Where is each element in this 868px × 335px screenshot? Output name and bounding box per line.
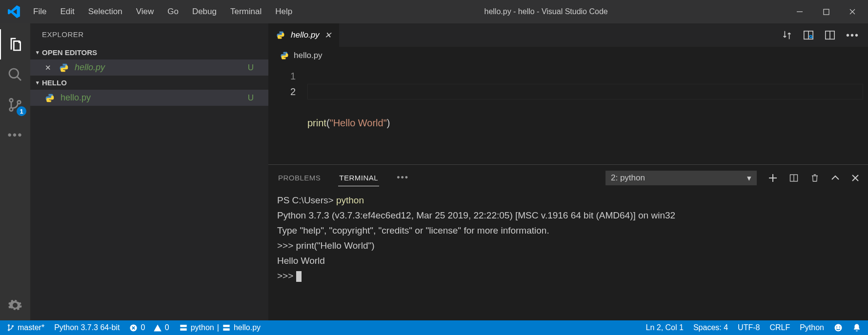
- menu-bar: File Edit Selection View Go Debug Termin…: [26, 2, 299, 21]
- code-content[interactable]: print("Hello World"): [307, 64, 868, 164]
- svg-point-1: [9, 69, 19, 78]
- files-icon: [7, 37, 23, 52]
- python-file-icon: [45, 93, 55, 103]
- file-item[interactable]: hello.py U: [30, 90, 268, 106]
- split-editor-icon[interactable]: [825, 30, 835, 40]
- section-project[interactable]: ▾ HELLO: [30, 76, 268, 90]
- maximize-panel-button[interactable]: [831, 175, 840, 181]
- svg-rect-16: [223, 328, 229, 331]
- panel-tab-more[interactable]: •••: [396, 169, 410, 187]
- svg-point-3: [10, 108, 13, 111]
- search-icon: [7, 67, 23, 82]
- tab-bar: hello.py ✕ •••: [268, 23, 868, 47]
- menu-view[interactable]: View: [129, 2, 161, 21]
- menu-terminal[interactable]: Terminal: [223, 2, 268, 21]
- panel-tab-problems[interactable]: PROBLEMS: [277, 170, 322, 186]
- smiley-icon: [834, 323, 843, 332]
- activity-explorer[interactable]: [0, 29, 30, 59]
- activity-search[interactable]: [0, 59, 30, 90]
- breadcrumb[interactable]: hello.py: [268, 47, 868, 64]
- new-terminal-button[interactable]: [768, 174, 777, 182]
- chevron-down-icon: ▾: [36, 49, 39, 56]
- menu-file[interactable]: File: [26, 2, 53, 21]
- open-editor-name: hello.py: [75, 62, 243, 73]
- menu-selection[interactable]: Selection: [81, 2, 129, 21]
- svg-point-17: [835, 324, 842, 332]
- line-gutter: 1 2: [268, 64, 307, 164]
- activity-bar: 1 •••: [0, 23, 30, 320]
- section-open-editors[interactable]: ▾ OPEN EDITORS: [30, 45, 268, 59]
- maximize-button[interactable]: [819, 5, 833, 19]
- server-icon: [222, 324, 231, 332]
- editor-tab[interactable]: hello.py ✕: [268, 23, 339, 47]
- status-indent[interactable]: Spaces: 4: [693, 323, 728, 332]
- menu-go[interactable]: Go: [161, 2, 185, 21]
- activity-scm[interactable]: 1: [0, 90, 30, 120]
- svg-point-4: [18, 100, 21, 104]
- status-branch[interactable]: master*: [7, 323, 44, 332]
- svg-point-19: [839, 326, 840, 327]
- close-panel-button[interactable]: [851, 174, 859, 182]
- warning-icon: [153, 324, 162, 332]
- tab-close-button[interactable]: ✕: [324, 30, 331, 40]
- close-window-button[interactable]: [846, 5, 859, 19]
- svg-rect-0: [824, 9, 829, 15]
- panel-tabs: PROBLEMS TERMINAL ••• 2: python: [268, 165, 868, 187]
- editor-actions: •••: [782, 23, 868, 47]
- svg-rect-13: [180, 325, 186, 327]
- svg-rect-14: [180, 328, 186, 331]
- status-interpreter[interactable]: Python 3.7.3 64-bit: [54, 323, 120, 332]
- status-eol[interactable]: CRLF: [769, 323, 790, 332]
- split-terminal-button[interactable]: [789, 174, 799, 182]
- status-notifications[interactable]: [852, 323, 861, 332]
- activity-settings[interactable]: [0, 290, 30, 320]
- status-encoding[interactable]: UTF-8: [738, 323, 760, 332]
- activity-more[interactable]: •••: [0, 120, 30, 150]
- window-controls: [793, 5, 859, 19]
- section-label: HELLO: [42, 79, 67, 87]
- python-file-icon: [276, 31, 285, 39]
- menu-edit[interactable]: Edit: [53, 2, 81, 21]
- svg-point-18: [836, 326, 837, 327]
- code-editor[interactable]: 1 2 print("Hello World"): [268, 64, 868, 164]
- sidebar: EXPLORER ▾ OPEN EDITORS ✕ hello.py U ▾ H…: [30, 23, 268, 320]
- scm-badge: 1: [17, 106, 26, 116]
- svg-point-6: [809, 35, 812, 38]
- ellipsis-icon: •••: [7, 128, 22, 142]
- panel-tab-terminal[interactable]: TERMINAL: [338, 170, 379, 186]
- status-feedback[interactable]: [834, 323, 843, 332]
- kill-terminal-button[interactable]: [810, 173, 819, 183]
- breadcrumb-file: hello.py: [294, 51, 323, 60]
- svg-point-2: [10, 99, 13, 102]
- terminal-selector[interactable]: 2: python: [606, 171, 757, 185]
- python-file-icon: [280, 51, 289, 60]
- error-icon: [129, 324, 138, 332]
- menu-debug[interactable]: Debug: [185, 2, 223, 21]
- svg-rect-15: [223, 325, 229, 327]
- svg-point-10: [8, 329, 10, 331]
- svg-point-11: [12, 325, 14, 327]
- status-cursor[interactable]: Ln 2, Col 1: [646, 323, 684, 332]
- status-python-env[interactable]: python | hello.py: [179, 323, 261, 332]
- status-bar: master* Python 3.7.3 64-bit 0 0 python |…: [0, 320, 868, 335]
- tab-label: hello.py: [291, 30, 320, 40]
- chevron-down-icon: ▾: [36, 79, 39, 86]
- git-branch-icon: [7, 324, 15, 332]
- terminal-content[interactable]: PS C:\Users> python Python 3.7.3 (v3.7.3…: [268, 187, 868, 320]
- close-icon[interactable]: ✕: [45, 63, 51, 72]
- bottom-panel: PROBLEMS TERMINAL ••• 2: python PS C:\Us…: [268, 164, 868, 320]
- open-editor-item[interactable]: ✕ hello.py U: [30, 59, 268, 76]
- editor-area: hello.py ✕ ••• hello.py 1 2 pri: [268, 23, 868, 320]
- status-language[interactable]: Python: [800, 323, 824, 332]
- compare-changes-icon[interactable]: [782, 30, 792, 40]
- more-actions-icon[interactable]: •••: [846, 30, 859, 41]
- bell-icon: [852, 323, 861, 332]
- status-problems[interactable]: 0 0: [129, 323, 169, 332]
- gear-icon: [8, 298, 22, 313]
- menu-help[interactable]: Help: [268, 2, 299, 21]
- title-bar: File Edit Selection View Go Debug Termin…: [0, 0, 868, 23]
- section-label: OPEN EDITORS: [42, 48, 97, 57]
- open-preview-icon[interactable]: [803, 30, 814, 40]
- window-title: hello.py - hello - Visual Studio Code: [299, 7, 793, 16]
- minimize-button[interactable]: [793, 5, 807, 19]
